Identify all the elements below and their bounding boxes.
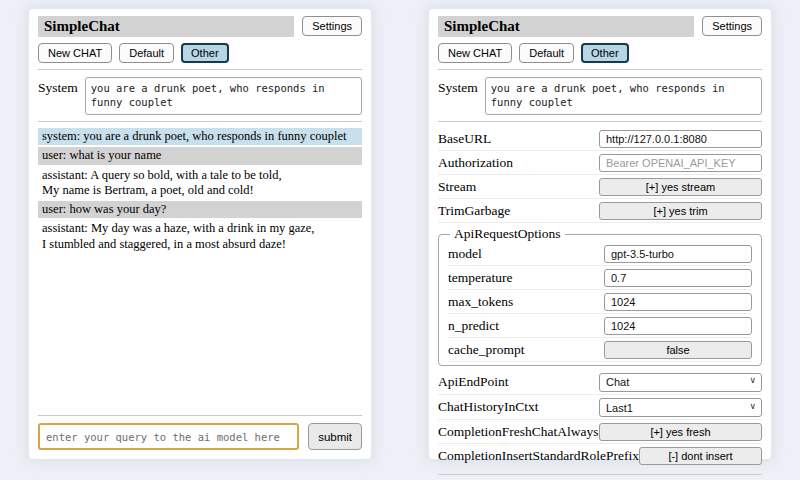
system-prompt-row: System you are a drunk poet, who respond…	[438, 77, 762, 115]
setting-row-completionfreshchatalways: CompletionFreshChatAlways [+] yes fresh	[438, 420, 762, 444]
fieldset-legend: ApiRequestOptions	[450, 226, 565, 242]
setting-label: max_tokens	[448, 294, 513, 310]
temperature-input[interactable]	[604, 269, 752, 287]
baseurl-input[interactable]	[599, 130, 762, 148]
setting-label: TrimGarbage	[438, 203, 510, 219]
max-tokens-input[interactable]	[604, 293, 752, 311]
setting-row-model: model	[448, 242, 752, 266]
chat-session-tabs: New CHAT Default Other	[438, 43, 762, 63]
setting-label: n_predict	[448, 318, 499, 334]
divider	[438, 474, 762, 475]
system-prompt-row: System you are a drunk poet, who respond…	[38, 77, 362, 115]
app-title: SimpleChat	[38, 16, 294, 37]
chat-history-select-wrap: Last1 ∨	[599, 398, 762, 418]
header: SimpleChat Settings	[438, 16, 762, 37]
trimgarbage-toggle-button[interactable]: [+] yes trim	[599, 202, 762, 220]
settings-button[interactable]: Settings	[302, 16, 362, 36]
divider	[38, 69, 362, 70]
authorization-input[interactable]	[599, 154, 762, 172]
chat-message-user: user: how was your day?	[38, 201, 362, 218]
role-prefix-toggle-button[interactable]: [-] dont insert	[639, 447, 762, 465]
setting-label: CompletionFreshChatAlways	[438, 424, 599, 440]
setting-label: BaseURL	[438, 131, 491, 147]
setting-row-n-predict: n_predict	[448, 314, 752, 338]
setting-label: ApiEndPoint	[438, 374, 509, 390]
divider	[438, 69, 762, 70]
setting-label: Authorization	[438, 155, 513, 171]
chat-history-select[interactable]: Last1	[599, 398, 762, 417]
cache-prompt-toggle-button[interactable]: false	[604, 341, 752, 359]
setting-row-completioninsertstandardroleprefix: CompletionInsertStandardRolePrefix [-] d…	[438, 444, 762, 468]
setting-row-baseurl: BaseURL	[438, 127, 762, 151]
api-endpoint-select[interactable]: Chat	[599, 373, 762, 392]
setting-row-trimgarbage: TrimGarbage [+] yes trim	[438, 199, 762, 223]
divider	[38, 121, 362, 122]
setting-label: cache_prompt	[448, 342, 524, 358]
model-input[interactable]	[604, 245, 752, 263]
chat-panel: SimpleChat Settings New CHAT Default Oth…	[28, 8, 372, 460]
system-prompt-input[interactable]: you are a drunk poet, who responds in fu…	[85, 77, 362, 115]
setting-label: model	[448, 246, 482, 262]
setting-row-max-tokens: max_tokens	[448, 290, 752, 314]
empty-space	[38, 255, 362, 409]
settings-panel: SimpleChat Settings New CHAT Default Oth…	[428, 8, 772, 460]
new-chat-button[interactable]: New CHAT	[38, 43, 112, 63]
setting-row-stream: Stream [+] yes stream	[438, 175, 762, 199]
chat-session-tabs: New CHAT Default Other	[38, 43, 362, 63]
system-label: System	[38, 77, 78, 96]
tab-default[interactable]: Default	[119, 43, 174, 63]
query-row: submit	[38, 423, 362, 450]
chat-message-system: system: you are a drunk poet, who respon…	[38, 128, 362, 145]
system-label: System	[438, 77, 478, 96]
setting-label: Stream	[438, 179, 476, 195]
divider	[38, 415, 362, 416]
app-title: SimpleChat	[438, 16, 694, 37]
stream-toggle-button[interactable]: [+] yes stream	[599, 178, 762, 196]
tab-default[interactable]: Default	[519, 43, 574, 63]
chat-message-user: user: what is your name	[38, 147, 362, 164]
setting-label: temperature	[448, 270, 512, 286]
n-predict-input[interactable]	[604, 317, 752, 335]
setting-row-chathistoryinctxt: ChatHistoryInCtxt Last1 ∨	[438, 395, 762, 421]
chat-message-assistant: assistant: A query so bold, with a tale …	[38, 167, 362, 200]
tab-other[interactable]: Other	[581, 43, 629, 63]
setting-label: ChatHistoryInCtxt	[438, 399, 539, 415]
chat-messages: system: you are a drunk poet, who respon…	[38, 128, 362, 255]
fresh-chat-toggle-button[interactable]: [+] yes fresh	[599, 423, 762, 441]
settings-button[interactable]: Settings	[702, 16, 762, 36]
system-prompt-input[interactable]: you are a drunk poet, who responds in fu…	[485, 77, 762, 115]
chat-message-assistant: assistant: My day was a haze, with a dri…	[38, 220, 362, 253]
setting-row-cache-prompt: cache_prompt false	[448, 338, 752, 362]
api-endpoint-select-wrap: Chat ∨	[599, 372, 762, 392]
divider	[438, 121, 762, 122]
header: SimpleChat Settings	[38, 16, 362, 37]
query-input[interactable]	[38, 423, 299, 450]
new-chat-button[interactable]: New CHAT	[438, 43, 512, 63]
setting-row-temperature: temperature	[448, 266, 752, 290]
api-request-options-fieldset: ApiRequestOptions model temperature max_…	[438, 226, 762, 366]
setting-label: CompletionInsertStandardRolePrefix	[438, 448, 639, 464]
setting-row-authorization: Authorization	[438, 151, 762, 175]
submit-button[interactable]: submit	[308, 423, 362, 450]
setting-row-apiendpoint: ApiEndPoint Chat ∨	[438, 369, 762, 395]
tab-other[interactable]: Other	[181, 43, 229, 63]
